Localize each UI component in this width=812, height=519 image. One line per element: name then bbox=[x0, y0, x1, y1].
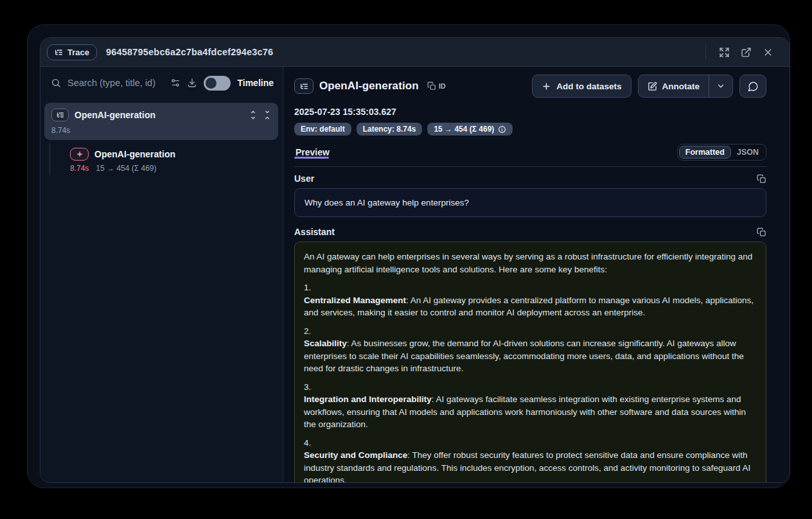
copy-user-button[interactable] bbox=[757, 174, 766, 184]
trace-tree-sidebar: Search (type, title, id) Timeline bbox=[40, 67, 283, 482]
trace-header: Trace 96458795ebc6a2c7ba4fdcef294e3c76 bbox=[40, 38, 790, 67]
fold-vertical-icon[interactable] bbox=[263, 110, 272, 119]
assistant-item: 3.Integration and Interoperability: AI g… bbox=[304, 381, 757, 431]
tree-node-label: OpenAI-generation bbox=[94, 149, 175, 159]
generation-tokens: 15 → 454 (Σ 469) bbox=[96, 164, 156, 173]
list-tree-icon bbox=[55, 48, 63, 57]
assistant-section-label: Assistant bbox=[294, 227, 335, 237]
edit-pen-icon bbox=[648, 82, 657, 91]
annotate-label: Annotate bbox=[662, 82, 700, 91]
chevron-down-icon bbox=[716, 82, 725, 91]
id-label: ID bbox=[439, 82, 446, 90]
unfold-vertical-icon[interactable] bbox=[249, 110, 258, 119]
assistant-item: 2.Scalability: As businesses grow, the d… bbox=[304, 325, 757, 375]
copy-icon bbox=[427, 82, 436, 91]
copy-assistant-button[interactable] bbox=[757, 227, 766, 237]
copy-icon bbox=[757, 227, 766, 237]
close-button[interactable] bbox=[759, 43, 777, 61]
generation-duration: 8.74s bbox=[70, 164, 89, 173]
header-divider bbox=[705, 45, 706, 59]
page-title: OpenAI-generation bbox=[319, 80, 419, 92]
trace-type-badge: Trace bbox=[47, 44, 97, 60]
close-icon bbox=[763, 47, 773, 58]
download-icon[interactable] bbox=[187, 78, 197, 88]
timeline-label: Timeline bbox=[237, 78, 274, 88]
active-tab-indicator bbox=[294, 157, 329, 159]
token-usage-badge[interactable]: 15 → 454 (Σ 469) bbox=[427, 123, 513, 136]
tab-preview-label: Preview bbox=[296, 147, 330, 157]
latency-badge-label: Latency: 8.74s bbox=[363, 125, 416, 134]
comments-button[interactable] bbox=[739, 75, 766, 98]
timestamp: 2025-07-23 15:35:03.627 bbox=[294, 107, 766, 117]
toggle-knob bbox=[206, 78, 216, 89]
annotate-dropdown-button[interactable] bbox=[709, 75, 732, 97]
assistant-message-box: An AI gateway can help enterprises in se… bbox=[294, 242, 766, 482]
generation-node-icon bbox=[70, 148, 89, 161]
format-formatted-option[interactable]: Formatted bbox=[679, 146, 731, 159]
tab-preview[interactable]: Preview bbox=[294, 147, 331, 157]
generation-title-icon bbox=[294, 78, 313, 94]
annotate-button[interactable]: Annotate bbox=[639, 75, 709, 97]
filter-settings-icon[interactable] bbox=[170, 78, 181, 88]
annotate-split-button: Annotate bbox=[638, 75, 734, 98]
open-in-new-button[interactable] bbox=[737, 43, 755, 61]
user-message-text: Why does an AI gateway help enterprises? bbox=[304, 198, 469, 207]
copy-icon bbox=[757, 174, 766, 184]
assistant-intro: An AI gateway can help enterprises in se… bbox=[304, 251, 757, 276]
comment-bubble-icon bbox=[748, 81, 759, 92]
plus-icon bbox=[542, 82, 551, 91]
format-toggle: Formatted JSON bbox=[677, 144, 766, 161]
add-to-datasets-button[interactable]: Add to datasets bbox=[532, 75, 631, 98]
info-icon bbox=[498, 125, 506, 134]
trace-node-icon bbox=[51, 109, 69, 121]
copy-id-button[interactable]: ID bbox=[427, 82, 446, 91]
tree-node-duration: 8.74s bbox=[51, 126, 272, 135]
observation-detail-panel: OpenAI-generation ID Add to datasets bbox=[283, 67, 790, 482]
format-json-option[interactable]: JSON bbox=[731, 146, 764, 158]
assistant-item: 1.Centralized Management: An AI gateway … bbox=[304, 281, 757, 319]
tree-node-generation[interactable]: OpenAI-generation 8.74s 15 → 454 (Σ 469) bbox=[40, 143, 283, 177]
search-icon bbox=[51, 78, 61, 88]
timeline-toggle[interactable] bbox=[204, 76, 231, 91]
env-badge: Env: default bbox=[294, 123, 351, 136]
io-preview-area: User Why does an AI gateway help enterpr… bbox=[294, 167, 766, 482]
latency-badge: Latency: 8.74s bbox=[357, 123, 423, 136]
external-link-icon bbox=[741, 47, 752, 58]
user-section-label: User bbox=[294, 173, 314, 184]
trace-badge-label: Trace bbox=[67, 48, 89, 57]
trace-detail-dialog: Trace 96458795ebc6a2c7ba4fdcef294e3c76 bbox=[40, 37, 790, 483]
user-message-box: Why does an AI gateway help enterprises? bbox=[294, 188, 766, 217]
token-usage-label: 15 → 454 (Σ 469) bbox=[434, 125, 494, 134]
env-badge-label: Env: default bbox=[301, 125, 345, 134]
tree-node-label: OpenAI-generation bbox=[75, 110, 155, 120]
tree-indent-line bbox=[49, 143, 50, 175]
trace-id: 96458795ebc6a2c7ba4fdcef294e3c76 bbox=[106, 47, 273, 57]
search-placeholder: Search (type, title, id) bbox=[67, 78, 155, 88]
tree-node-root[interactable]: OpenAI-generation 8.74s bbox=[44, 103, 278, 140]
assistant-item: 4.Security and Compliance: They offer ro… bbox=[304, 437, 757, 483]
search-input[interactable]: Search (type, title, id) bbox=[51, 78, 164, 88]
maximize-icon bbox=[719, 47, 730, 58]
expand-button[interactable] bbox=[715, 43, 733, 61]
add-to-datasets-label: Add to datasets bbox=[556, 82, 621, 91]
